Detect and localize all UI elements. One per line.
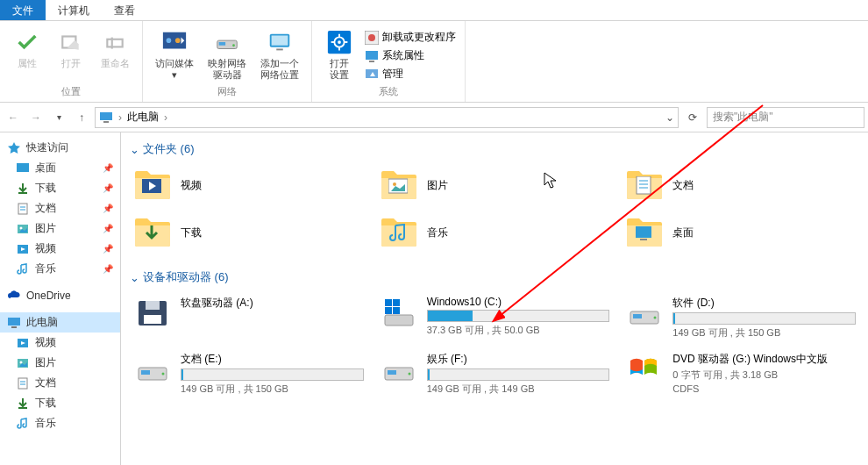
drive-icon bbox=[380, 352, 418, 387]
manage-button[interactable]: 管理 bbox=[361, 65, 459, 83]
folder-下载[interactable]: 下载 bbox=[130, 211, 367, 254]
nav-history-button[interactable]: ▾ bbox=[49, 108, 68, 127]
svg-rect-51 bbox=[146, 301, 160, 310]
sidebar-item-文档[interactable]: 文档📌 bbox=[0, 198, 120, 218]
manage-icon bbox=[365, 68, 379, 82]
sidebar-item-音乐[interactable]: 音乐📌 bbox=[0, 259, 120, 279]
folder-icon bbox=[133, 215, 172, 250]
chevron-down-icon: ⌄ bbox=[130, 143, 139, 156]
drive-name: DVD 驱动器 (G:) Windows中文版 bbox=[672, 352, 856, 367]
svg-rect-27 bbox=[18, 204, 27, 214]
svg-point-5 bbox=[175, 38, 181, 43]
folder-icon bbox=[16, 202, 30, 216]
svg-point-63 bbox=[162, 373, 165, 376]
sidebar-item-下载[interactable]: 下载📌 bbox=[0, 178, 120, 198]
ribbon-group-location: 属性 打开 重命名 位置 bbox=[0, 21, 143, 102]
svg-rect-48 bbox=[636, 226, 651, 238]
svg-rect-25 bbox=[103, 121, 109, 123]
rename-button[interactable]: 重命名 bbox=[93, 25, 137, 69]
pin-icon: 📌 bbox=[103, 264, 113, 274]
nav-up-button[interactable]: ↑ bbox=[72, 108, 91, 127]
sidebar-item-图片[interactable]: 图片📌 bbox=[0, 218, 120, 239]
tab-computer[interactable]: 计算机 bbox=[46, 0, 102, 20]
monitor-icon bbox=[266, 28, 294, 56]
folder-icon bbox=[625, 215, 664, 250]
pin-icon: 📌 bbox=[103, 163, 113, 173]
nav-sidebar: 快速访问 桌面📌下载📌文档📌图片📌视频📌音乐📌 OneDrive 此电脑 视频图… bbox=[0, 132, 121, 465]
group-label-network: 网络 bbox=[217, 83, 237, 100]
folder-桌面[interactable]: 桌面 bbox=[622, 211, 859, 254]
tab-view[interactable]: 查看 bbox=[102, 0, 147, 20]
thispc-icon bbox=[99, 111, 113, 125]
folder-icon bbox=[16, 417, 30, 431]
svg-rect-49 bbox=[640, 239, 647, 240]
tab-file[interactable]: 文件 bbox=[0, 0, 46, 20]
sidebar-pc-音乐[interactable]: 音乐 bbox=[0, 413, 120, 433]
nav-back-button[interactable]: ← bbox=[4, 108, 23, 127]
svg-rect-11 bbox=[276, 49, 283, 51]
star-icon bbox=[7, 141, 21, 155]
addr-crumb-thispc[interactable]: 此电脑 bbox=[127, 110, 159, 125]
sidebar-pc-下载[interactable]: 下载 bbox=[0, 393, 120, 413]
search-placeholder: 搜索"此电脑" bbox=[713, 110, 773, 125]
svg-rect-52 bbox=[144, 315, 161, 324]
nav-forward-button[interactable]: → bbox=[26, 108, 46, 127]
system-properties-button[interactable]: 系统属性 bbox=[361, 46, 459, 65]
svg-rect-57 bbox=[393, 307, 400, 314]
drive-item[interactable]: DVD 驱动器 (G:) Windows中文版0 字节 可用 , 共 3.18 … bbox=[622, 348, 859, 399]
folder-文档[interactable]: 文档 bbox=[622, 164, 859, 206]
drive-item[interactable]: 软件 (D:)149 GB 可用 , 共 150 GB bbox=[622, 292, 859, 343]
section-drives-header[interactable]: ⌄ 设备和驱动器 (6) bbox=[130, 266, 859, 292]
sidebar-pc-图片[interactable]: 图片 bbox=[0, 353, 120, 373]
drive-item[interactable]: Windows10 (C:)37.3 GB 可用 , 共 50.0 GB bbox=[376, 292, 614, 343]
folder-视频[interactable]: 视频 bbox=[130, 164, 367, 206]
folder-图片[interactable]: 图片 bbox=[376, 164, 614, 206]
checkmark-icon bbox=[13, 28, 41, 56]
sidebar-quick-access[interactable]: 快速访问 bbox=[0, 138, 120, 158]
sidebar-item-桌面[interactable]: 桌面📌 bbox=[0, 158, 120, 178]
uninstall-programs-button[interactable]: 卸载或更改程序 bbox=[361, 28, 459, 46]
folder-icon bbox=[16, 242, 30, 256]
add-network-location-button[interactable]: 添加一个 网络位置 bbox=[253, 25, 306, 81]
search-input[interactable]: 搜索"此电脑" bbox=[707, 107, 864, 128]
drive-name: 文档 (E:) bbox=[181, 352, 364, 367]
svg-rect-22 bbox=[369, 61, 374, 62]
svg-rect-62 bbox=[141, 370, 150, 375]
drive-item[interactable]: 软盘驱动器 (A:) bbox=[130, 292, 367, 343]
properties-button[interactable]: 属性 bbox=[5, 25, 49, 69]
gear-icon bbox=[325, 28, 353, 56]
svg-rect-34 bbox=[11, 326, 17, 328]
svg-point-20 bbox=[368, 34, 375, 41]
drive-item[interactable]: 文档 (E:)149 GB 可用 , 共 150 GB bbox=[130, 348, 367, 399]
sidebar-pc-文档[interactable]: 文档 bbox=[0, 373, 120, 393]
drive-item[interactable]: 娱乐 (F:)149 GB 可用 , 共 149 GB bbox=[376, 348, 614, 399]
svg-rect-59 bbox=[633, 314, 642, 318]
refresh-button[interactable]: ⟳ bbox=[682, 107, 703, 128]
section-folders-header[interactable]: ⌄ 文件夹 (6) bbox=[130, 138, 859, 164]
addr-sep1: › bbox=[118, 111, 122, 124]
addr-dropdown[interactable]: ⌄ bbox=[665, 111, 674, 124]
sidebar-item-视频[interactable]: 视频📌 bbox=[0, 239, 120, 259]
group-label-system: 系统 bbox=[379, 83, 398, 100]
drive-fs: CDFS bbox=[672, 383, 856, 394]
svg-rect-1 bbox=[107, 39, 122, 47]
drive-subtext: 149 GB 可用 , 共 150 GB bbox=[181, 383, 364, 396]
folder-icon bbox=[16, 397, 30, 411]
sidebar-onedrive[interactable]: OneDrive bbox=[0, 286, 120, 305]
ribbon-group-network: 访问媒体▾ 映射网络 驱动器 添加一个 网络位置 网络 bbox=[143, 21, 312, 102]
sidebar-thispc[interactable]: 此电脑 bbox=[0, 312, 120, 333]
sidebar-pc-视频[interactable]: 视频 bbox=[0, 333, 120, 353]
pin-icon: 📌 bbox=[103, 244, 113, 254]
svg-rect-44 bbox=[637, 176, 651, 194]
svg-rect-53 bbox=[385, 315, 413, 326]
map-drive-button[interactable]: 映射网络 驱动器 bbox=[201, 25, 253, 81]
open-button[interactable]: 打开 bbox=[49, 25, 93, 69]
open-settings-button[interactable]: 打开 设置 bbox=[317, 25, 361, 81]
rename-icon bbox=[101, 28, 129, 56]
access-media-button[interactable]: 访问媒体▾ bbox=[148, 25, 201, 81]
folder-音乐[interactable]: 音乐 bbox=[376, 211, 614, 254]
drive-icon bbox=[133, 296, 172, 331]
address-bar[interactable]: › 此电脑 › ⌄ bbox=[95, 107, 679, 128]
svg-rect-7 bbox=[219, 42, 226, 46]
folder-icon bbox=[16, 222, 30, 236]
